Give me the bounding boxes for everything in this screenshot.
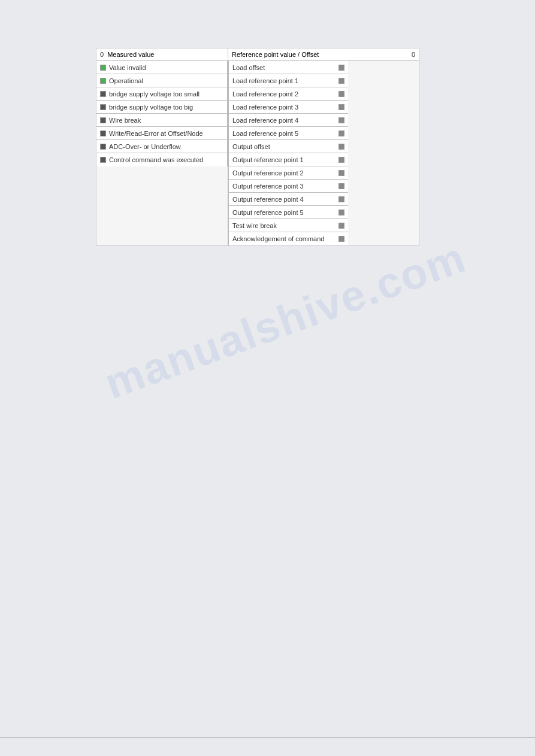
- right-cell-test-wire-break: Test wire break: [229, 219, 348, 232]
- right-indicator-load-ref-3[interactable]: [338, 104, 344, 110]
- reference-point-label: Reference point value / Offset: [232, 51, 319, 58]
- left-row-operational: Operational: [96, 74, 228, 87]
- right-cell-output-ref-1: Output reference point 1: [229, 153, 348, 166]
- header-row: 0 Measured value Reference point value /…: [96, 48, 419, 61]
- left-row-write-read-error: Write/Read-Error at Offset/Node: [96, 127, 228, 140]
- right-panel: Load offsetLoad reference point 1Load re…: [228, 61, 348, 245]
- right-cell-load-ref-2: Load reference point 2: [229, 87, 348, 100]
- right-label-load-ref-3: Load reference point 3: [232, 104, 298, 111]
- right-row-load-ref-2: Load reference point 2: [228, 87, 348, 101]
- right-label-acknowledgement: Acknowledgement of command: [232, 235, 324, 242]
- right-indicator-output-ref-5[interactable]: [338, 210, 344, 215]
- right-indicator-load-ref-2[interactable]: [338, 91, 344, 97]
- left-row-adc-over-underflow: ADC-Over- or Underflow: [96, 140, 228, 153]
- right-label-output-ref-1: Output reference point 1: [232, 156, 304, 163]
- label-bridge-supply-too-small: bridge supply voltage too small: [109, 90, 200, 98]
- left-cell-wire-break: Wire break: [96, 114, 228, 126]
- right-row-load-ref-4: Load reference point 4: [228, 114, 348, 127]
- right-label-load-offset: Load offset: [232, 64, 265, 71]
- label-adc-over-underflow: ADC-Over- or Underflow: [109, 143, 181, 150]
- right-indicator-test-wire-break[interactable]: [338, 223, 344, 229]
- left-row-bridge-supply-too-big: bridge supply voltage too big: [96, 101, 228, 114]
- page-container: 0 Measured value Reference point value /…: [0, 0, 535, 756]
- right-cell-load-ref-3: Load reference point 3: [229, 101, 348, 113]
- right-label-load-ref-4: Load reference point 4: [232, 117, 298, 124]
- measured-value-number: 0: [100, 51, 104, 58]
- right-row-load-ref-1: Load reference point 1: [228, 74, 348, 87]
- left-row-value-invalid: Value invalid: [96, 61, 228, 74]
- indicator-control-command: [100, 157, 106, 163]
- left-cell-bridge-supply-too-small: bridge supply voltage too small: [96, 87, 228, 100]
- label-control-command: Control command was executed: [109, 156, 203, 163]
- indicator-write-read-error: [100, 130, 106, 136]
- left-cell-write-read-error: Write/Read-Error at Offset/Node: [96, 127, 228, 139]
- right-indicator-output-offset[interactable]: [338, 144, 344, 150]
- table-wrapper: 0 Measured value Reference point value /…: [96, 48, 419, 246]
- reference-point-value: 0: [412, 51, 415, 58]
- left-cell-adc-over-underflow: ADC-Over- or Underflow: [96, 140, 228, 153]
- right-indicator-load-ref-5[interactable]: [338, 130, 344, 136]
- right-label-load-ref-1: Load reference point 1: [232, 77, 298, 84]
- right-cell-output-ref-3: Output reference point 3: [229, 180, 348, 192]
- indicator-wire-break: [100, 117, 106, 123]
- left-header: 0 Measured value: [96, 48, 228, 60]
- indicator-operational: [100, 78, 106, 84]
- left-cell-value-invalid: Value invalid: [96, 61, 228, 74]
- main-body: Value invalidOperationalbridge supply vo…: [96, 61, 419, 245]
- right-row-output-offset: Output offset: [228, 140, 348, 153]
- left-cell-operational: Operational: [96, 74, 228, 87]
- right-indicator-output-ref-2[interactable]: [338, 170, 344, 176]
- label-write-read-error: Write/Read-Error at Offset/Node: [109, 130, 203, 137]
- left-row-control-command: Control command was executed: [96, 153, 228, 166]
- label-wire-break: Wire break: [109, 117, 141, 124]
- right-indicator-output-ref-4[interactable]: [338, 196, 344, 202]
- right-indicator-output-ref-1[interactable]: [338, 157, 344, 163]
- right-cell-output-ref-5: Output reference point 5: [229, 206, 348, 218]
- right-label-output-offset: Output offset: [232, 143, 270, 150]
- right-cell-load-ref-5: Load reference point 5: [229, 127, 348, 139]
- right-row-output-ref-1: Output reference point 1: [228, 153, 348, 166]
- left-panel: Value invalidOperationalbridge supply vo…: [96, 61, 228, 245]
- right-cell-acknowledgement: Acknowledgement of command: [229, 232, 348, 245]
- right-label-output-ref-5: Output reference point 5: [232, 209, 304, 216]
- watermark: manualshive.com: [98, 239, 453, 408]
- right-label-load-ref-2: Load reference point 2: [232, 90, 298, 98]
- right-label-output-ref-4: Output reference point 4: [232, 196, 304, 203]
- right-row-load-offset: Load offset: [228, 61, 348, 74]
- right-row-output-ref-2: Output reference point 2: [228, 166, 348, 180]
- label-value-invalid: Value invalid: [109, 64, 146, 71]
- right-label-test-wire-break: Test wire break: [232, 222, 277, 229]
- bottom-line: [0, 737, 535, 738]
- right-row-output-ref-3: Output reference point 3: [228, 180, 348, 193]
- right-indicator-load-ref-4[interactable]: [338, 117, 344, 123]
- right-row-load-ref-5: Load reference point 5: [228, 127, 348, 140]
- label-operational: Operational: [109, 77, 143, 84]
- right-cell-load-offset: Load offset: [229, 61, 348, 74]
- right-indicator-load-offset[interactable]: [338, 65, 344, 71]
- right-indicator-load-ref-1[interactable]: [338, 78, 344, 84]
- left-cell-bridge-supply-too-big: bridge supply voltage too big: [96, 101, 228, 113]
- right-cell-load-ref-1: Load reference point 1: [229, 74, 348, 87]
- right-row-output-ref-5: Output reference point 5: [228, 206, 348, 219]
- right-header: Reference point value / Offset 0: [228, 48, 419, 60]
- measured-value-label: Measured value: [107, 51, 154, 58]
- right-cell-output-ref-4: Output reference point 4: [229, 193, 348, 205]
- right-cell-output-ref-2: Output reference point 2: [229, 166, 348, 179]
- right-indicator-output-ref-3[interactable]: [338, 183, 344, 189]
- left-cell-control-command: Control command was executed: [96, 153, 228, 166]
- right-row-acknowledgement: Acknowledgement of command: [228, 232, 348, 245]
- right-indicator-acknowledgement[interactable]: [338, 236, 344, 242]
- left-row-wire-break: Wire break: [96, 114, 228, 127]
- indicator-bridge-supply-too-small: [100, 91, 106, 97]
- indicator-value-invalid: [100, 65, 106, 71]
- indicator-bridge-supply-too-big: [100, 104, 106, 110]
- right-row-test-wire-break: Test wire break: [228, 219, 348, 232]
- right-cell-output-offset: Output offset: [229, 140, 348, 153]
- indicator-adc-over-underflow: [100, 144, 106, 150]
- left-row-bridge-supply-too-small: bridge supply voltage too small: [96, 87, 228, 101]
- label-bridge-supply-too-big: bridge supply voltage too big: [109, 104, 193, 111]
- right-cell-load-ref-4: Load reference point 4: [229, 114, 348, 126]
- right-label-output-ref-2: Output reference point 2: [232, 169, 304, 177]
- right-row-output-ref-4: Output reference point 4: [228, 193, 348, 206]
- right-label-output-ref-3: Output reference point 3: [232, 183, 304, 190]
